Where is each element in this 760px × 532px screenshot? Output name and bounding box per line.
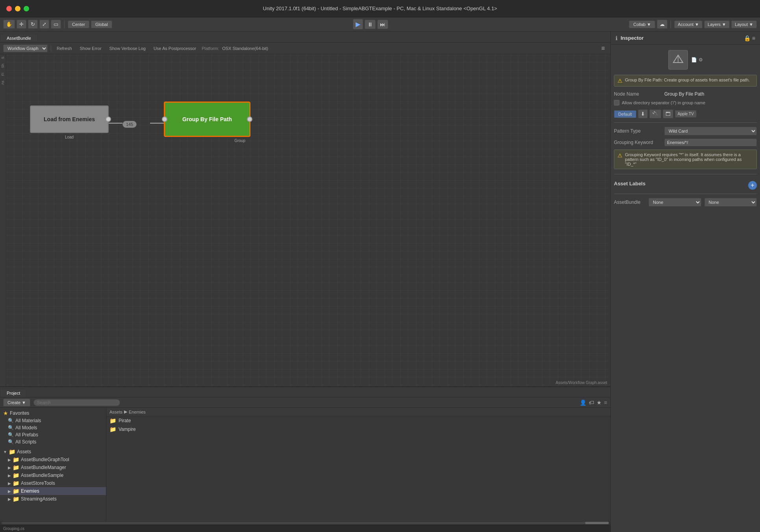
layout-dropdown[interactable]: Layout ▼ xyxy=(731,20,757,28)
asset-bundle-manager-item[interactable]: ▶ 📁 AssetBundleManager xyxy=(0,464,106,471)
plug-platform-button[interactable]: 🔌 xyxy=(649,109,661,118)
center-area: AssetBundle Workflow Graph Refresh Show … xyxy=(0,31,610,532)
inspector-open-button[interactable]: 📄 xyxy=(691,57,697,63)
assets-triangle-icon: ▼ xyxy=(3,450,7,454)
inspector-info-icon: ℹ xyxy=(615,35,617,41)
project-tree[interactable]: ★ Favorites 🔍 All Materials 🔍 All Models xyxy=(0,408,106,521)
warning-text: Group By File Path: Create group of asse… xyxy=(625,78,750,84)
show-verbose-button[interactable]: Show Verbose Log xyxy=(107,45,148,52)
all-models-item[interactable]: 🔍 All Models xyxy=(0,424,106,431)
project-tab[interactable]: Project xyxy=(0,389,27,397)
favorites-header[interactable]: ★ Favorites xyxy=(0,409,106,417)
inspector-lock-button[interactable]: 🔒 xyxy=(744,35,751,41)
inspector-icon-area: 📄 ⚙ xyxy=(614,48,757,72)
close-button[interactable] xyxy=(6,6,12,11)
person-icon-btn[interactable]: 👤 xyxy=(580,399,586,406)
assetbundle-tab[interactable]: AssetBundle xyxy=(0,34,38,42)
abm-triangle-icon: ▶ xyxy=(8,466,11,470)
assetbundle-select-2[interactable]: None xyxy=(704,198,757,207)
asset-view[interactable]: Assets ▶ Enemies 📁 Pirate 📁 Vampire xyxy=(106,408,610,521)
pause-button[interactable]: ⏸ xyxy=(365,20,376,29)
graph-view-select[interactable]: Workflow Graph xyxy=(3,44,48,52)
play-button[interactable]: ▶ xyxy=(353,19,363,30)
node-group-out-port[interactable] xyxy=(247,116,252,122)
graph-path-label: Assets/Workflow Graph.asset xyxy=(556,381,607,385)
step-button[interactable]: ⏭ xyxy=(377,20,388,29)
hand-tool-button[interactable]: ✋ xyxy=(3,20,15,29)
settings-icon: ≡ xyxy=(604,399,607,406)
rect-tool-button[interactable]: ▭ xyxy=(51,20,61,29)
inspector-settings-button[interactable]: ⚙ xyxy=(699,57,703,63)
all-scripts-item[interactable]: 🔍 All Scripts xyxy=(0,438,106,445)
add-asset-label-button[interactable]: + xyxy=(748,181,757,190)
assetbundle-select-1[interactable]: None xyxy=(649,198,701,207)
platform-label: Platform: xyxy=(202,46,219,51)
create-button[interactable]: Create ▼ xyxy=(3,399,30,406)
node-load-from-enemies[interactable]: Load from Enemies Load xyxy=(30,105,109,133)
asset-bundle-graph-tool-item[interactable]: ▶ 📁 AssetBundleGraphTool xyxy=(0,456,106,464)
edge-count: 145 xyxy=(126,122,133,127)
asset-breadcrumb: Assets ▶ Enemies xyxy=(106,408,610,416)
layers-dropdown[interactable]: Layers ▼ xyxy=(704,20,730,28)
graph-canvas[interactable]: Load from Enemies Load 145 Group By File… xyxy=(6,54,610,386)
all-prefabs-item[interactable]: 🔍 All Prefabs xyxy=(0,431,106,438)
rotate-tool-button[interactable]: ↻ xyxy=(28,20,38,29)
enemies-item[interactable]: ▶ 📁 Enemies xyxy=(0,487,106,495)
refresh-button[interactable]: Refresh xyxy=(54,45,74,52)
appletv-platform-button[interactable]: Apple TV xyxy=(675,110,697,118)
search-icon-models: 🔍 xyxy=(8,425,14,430)
collab-button[interactable]: Collab ▼ xyxy=(629,20,655,28)
node-group-by-file-path[interactable]: Group By File Path Group xyxy=(164,102,250,137)
main-layout: AssetBundle Workflow Graph Refresh Show … xyxy=(0,31,760,532)
platform-value: OSX Standalone(64-bit) xyxy=(222,46,268,51)
streaming-assets-item[interactable]: ▶ 📁 StreamingAssets xyxy=(0,495,106,503)
pattern-type-label: Pattern Type xyxy=(614,128,661,134)
grouping-keyword-input[interactable] xyxy=(664,139,757,146)
move-tool-button[interactable]: ✛ xyxy=(17,20,26,29)
sidebar-strip-f[interactable]: Fi xyxy=(0,70,6,78)
abm-label: AssetBundleManager xyxy=(21,465,66,470)
cloud-button[interactable]: ☁ xyxy=(657,20,667,29)
asset-labels-section: Asset Labels + xyxy=(614,181,757,190)
show-error-button[interactable]: Show Error xyxy=(78,45,104,52)
vampire-folder-item[interactable]: 📁 Vampire xyxy=(106,425,610,434)
main-toolbar: ✋ ✛ ↻ ⤢ ▭ Center Global ▶ ⏸ ⏭ Collab ▼ ☁… xyxy=(0,17,760,31)
project-search-input[interactable] xyxy=(33,399,120,406)
sa-folder-icon: 📁 xyxy=(13,496,19,502)
sidebar-strip-as[interactable]: As xyxy=(0,78,6,87)
graph-settings-button[interactable]: ≡ xyxy=(599,44,607,53)
sidebar-strip-s[interactable]: S xyxy=(0,54,6,61)
allow-dir-sep-checkbox[interactable] xyxy=(614,100,619,105)
inspector-icons: 🔒 ≡ xyxy=(744,35,755,41)
sidebar-strip-sh[interactable]: Sh xyxy=(0,61,6,70)
pirate-folder-item[interactable]: 📁 Pirate xyxy=(106,416,610,425)
global-button[interactable]: Global xyxy=(91,20,112,28)
node-load-out-port[interactable] xyxy=(106,116,111,122)
pattern-type-select[interactable]: Wild Card xyxy=(664,127,757,135)
separator-2 xyxy=(671,20,671,28)
assets-header[interactable]: ▼ 📁 Assets xyxy=(0,448,106,456)
inspector-menu-button[interactable]: ≡ xyxy=(752,35,755,41)
account-dropdown[interactable]: Account ▼ xyxy=(674,20,703,28)
asset-store-tools-item[interactable]: ▶ 📁 AssetStoreTools xyxy=(0,479,106,487)
tag-icon-btn[interactable]: 🏷 xyxy=(589,399,594,406)
star-icon-btn[interactable]: ★ xyxy=(597,399,602,406)
node-group-in-port[interactable] xyxy=(162,116,167,122)
bottom-tab-bar: Project xyxy=(0,387,610,397)
default-platform-button[interactable]: Default xyxy=(614,110,636,118)
html5-platform-button[interactable]: 🗔 xyxy=(663,109,673,118)
all-materials-item[interactable]: 🔍 All Materials xyxy=(0,417,106,424)
inspector-panel: ℹ Inspector 🔒 ≡ xyxy=(610,31,760,532)
use-as-postprocessor-button[interactable]: Use As Postprocessor xyxy=(151,45,198,52)
scrollbar-thumb[interactable] xyxy=(585,522,609,524)
minimize-button[interactable] xyxy=(15,6,20,11)
horizontal-scrollbar[interactable] xyxy=(0,521,610,525)
maximize-button[interactable] xyxy=(24,6,29,11)
asset-bundle-sample-item[interactable]: ▶ 📁 AssetBundleSample xyxy=(0,471,106,479)
scale-tool-button[interactable]: ⤢ xyxy=(39,20,49,29)
center-button[interactable]: Center xyxy=(68,20,89,28)
download-platform-button[interactable]: ⬇ xyxy=(638,109,648,118)
abgt-triangle-icon: ▶ xyxy=(8,458,11,462)
abgt-label: AssetBundleGraphTool xyxy=(21,457,69,462)
abs-triangle-icon: ▶ xyxy=(8,473,11,478)
